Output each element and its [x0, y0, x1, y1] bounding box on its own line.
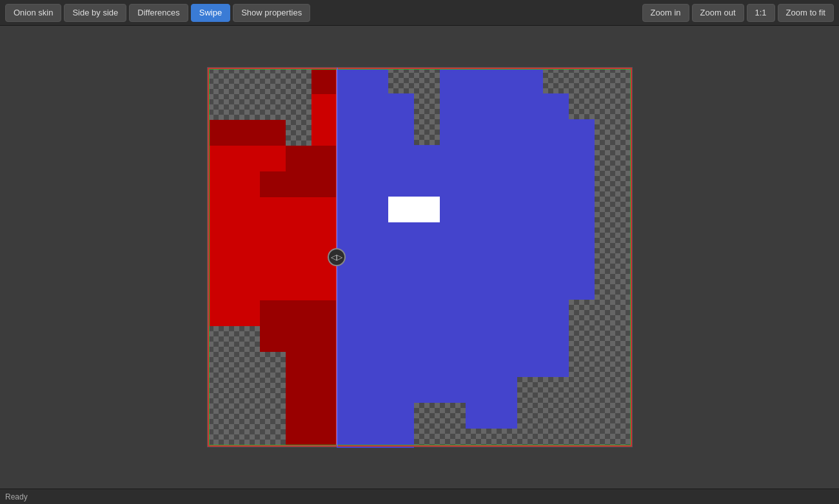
zoom-1to1-button[interactable]: 1:1 — [747, 4, 775, 22]
svg-rect-22 — [208, 120, 286, 146]
side-by-side-button[interactable]: Side by side — [64, 4, 126, 22]
svg-rect-29 — [260, 300, 337, 326]
svg-rect-18 — [337, 403, 414, 429]
statusbar: Ready — [0, 489, 839, 504]
svg-rect-16 — [311, 351, 569, 377]
toolbar: Onion skin Side by side Differences Swip… — [0, 0, 839, 26]
status-text: Ready — [5, 492, 28, 501]
toolbar-right: Zoom in Zoom out 1:1 Zoom to fit — [642, 4, 834, 22]
swipe-handle[interactable]: ◁▷ — [328, 248, 346, 266]
svg-rect-25 — [208, 197, 337, 223]
comparison-container[interactable]: ◁▷ — [207, 67, 633, 447]
svg-rect-30 — [208, 300, 260, 326]
svg-rect-19 — [466, 403, 517, 429]
svg-rect-32 — [286, 352, 337, 378]
svg-rect-37 — [260, 171, 286, 197]
svg-rect-39 — [311, 68, 337, 94]
svg-rect-31 — [260, 326, 337, 352]
svg-rect-26 — [208, 223, 337, 249]
svg-rect-33 — [286, 378, 337, 403]
svg-rect-36 — [286, 146, 337, 197]
svg-rect-2 — [440, 68, 543, 93]
svg-rect-38 — [311, 94, 337, 146]
canvas-area: ◁▷ — [0, 26, 839, 489]
svg-rect-34 — [286, 403, 337, 429]
svg-rect-17 — [337, 377, 517, 403]
swipe-button[interactable]: Swipe — [191, 4, 230, 22]
zoom-in-button[interactable]: Zoom in — [642, 4, 689, 22]
show-properties-button[interactable]: Show properties — [233, 4, 310, 22]
left-image — [208, 68, 337, 447]
red-image-svg — [208, 68, 337, 447]
onion-skin-button[interactable]: Onion skin — [5, 4, 61, 22]
svg-rect-20 — [337, 429, 414, 448]
svg-rect-28 — [208, 275, 337, 300]
svg-rect-4 — [440, 93, 569, 119]
svg-rect-35 — [286, 429, 337, 447]
svg-rect-6 — [440, 119, 595, 145]
zoom-to-fit-button[interactable]: Zoom to fit — [778, 4, 834, 22]
differences-button[interactable]: Differences — [129, 4, 188, 22]
svg-rect-27 — [208, 249, 337, 275]
zoom-out-button[interactable]: Zoom out — [692, 4, 744, 22]
